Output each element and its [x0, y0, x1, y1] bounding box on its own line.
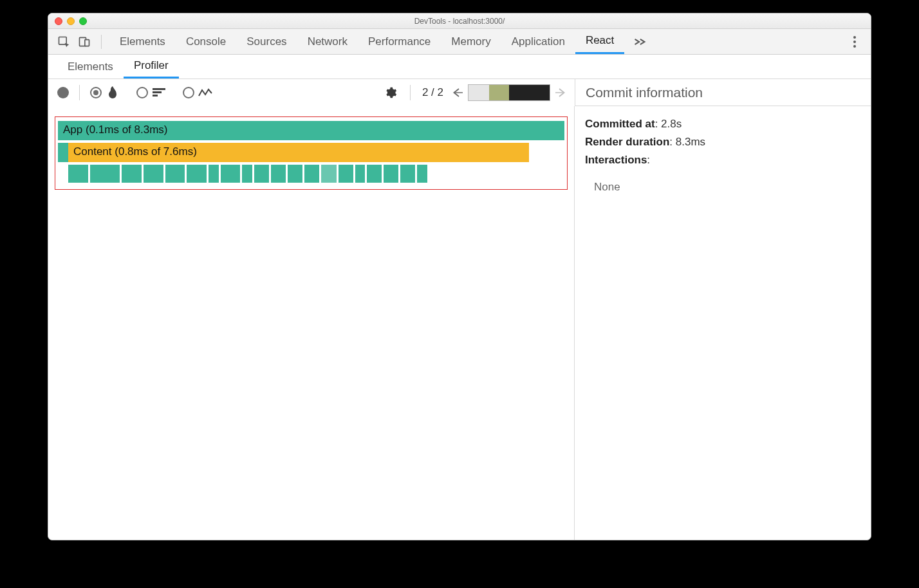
flame-leaf-row: [68, 165, 564, 183]
flame-leaf[interactable]: [400, 165, 415, 183]
svg-point-3: [853, 36, 856, 39]
interactions-radio[interactable]: [183, 87, 194, 98]
svg-rect-6: [153, 88, 165, 90]
next-commit-button[interactable]: [553, 87, 575, 98]
render-duration: Render duration: 8.3ms: [585, 136, 860, 149]
flame-leaf[interactable]: [165, 165, 185, 183]
flame-leaf[interactable]: [144, 165, 163, 183]
devtools-tabs: ElementsConsoleSourcesNetworkPerformance…: [48, 29, 871, 55]
tab-react[interactable]: React: [575, 29, 624, 54]
prev-commit-button[interactable]: [449, 87, 465, 98]
svg-point-4: [853, 41, 856, 43]
flame-icon: [106, 86, 120, 99]
toggle-device-icon[interactable]: [75, 33, 93, 51]
flame-bar-app[interactable]: App (0.1ms of 8.3ms): [58, 121, 564, 140]
flame-leaf[interactable]: [271, 165, 286, 183]
flame-leaf[interactable]: [384, 165, 398, 183]
flame-row: Content (0.8ms of 7.6ms): [58, 143, 564, 162]
interactions: Interactions:: [585, 154, 860, 167]
flame-graph-pane: App (0.1ms of 8.3ms) Content (0.8ms of 7…: [48, 106, 575, 540]
ranked-chart-radio[interactable]: [136, 87, 148, 98]
svg-rect-7: [153, 91, 162, 93]
flame-leaf[interactable]: [90, 165, 120, 183]
more-tabs-icon[interactable]: [627, 37, 653, 46]
flame-leaf[interactable]: [321, 165, 336, 183]
commit-segment-selected[interactable]: [509, 85, 550, 100]
flame-leaf[interactable]: [367, 165, 382, 183]
react-subtabs: ElementsProfiler: [48, 55, 871, 79]
tab-performance[interactable]: Performance: [358, 29, 441, 54]
separator: [79, 85, 80, 100]
render-duration-label: Render duration: [585, 136, 669, 148]
flame-leaf[interactable]: [209, 165, 218, 183]
flame-leaf[interactable]: [242, 165, 252, 183]
flame-bar-spacer: [58, 143, 68, 162]
committed-at-value: 2.8s: [661, 118, 682, 130]
profiler-toolbar: 2 / 2: [48, 79, 575, 106]
titlebar: DevTools - localhost:3000/: [48, 14, 871, 29]
interactions-value: None: [585, 172, 860, 194]
commit-info-pane: Committed at: 2.8s Render duration: 8.3m…: [575, 106, 871, 540]
flame-graph-highlight: App (0.1ms of 8.3ms) Content (0.8ms of 7…: [55, 116, 568, 190]
svg-rect-8: [153, 95, 158, 96]
subtab-profiler[interactable]: Profiler: [124, 55, 179, 78]
interactions-label: Interactions: [585, 154, 647, 166]
committed-at-label: Committed at: [585, 118, 655, 130]
kebab-menu-icon[interactable]: [845, 35, 864, 48]
commit-info-title: Commit information: [586, 85, 703, 100]
tab-elements[interactable]: Elements: [109, 29, 176, 54]
flame-chart-radio[interactable]: [90, 87, 102, 98]
svg-point-5: [853, 45, 856, 48]
tab-network[interactable]: Network: [297, 29, 358, 54]
flame-leaf[interactable]: [68, 165, 88, 183]
devtools-window: DevTools - localhost:3000/ ElementsConso…: [48, 13, 871, 540]
inspect-icon[interactable]: [55, 33, 73, 51]
ranked-icon: [152, 87, 166, 98]
record-button[interactable]: [57, 87, 69, 98]
render-duration-value: 8.3ms: [676, 136, 705, 148]
flame-bar-content[interactable]: Content (0.8ms of 7.6ms): [68, 143, 529, 162]
tab-memory[interactable]: Memory: [441, 29, 501, 54]
flame-leaf[interactable]: [254, 165, 269, 183]
settings-icon[interactable]: [378, 86, 404, 99]
commit-segment[interactable]: [489, 85, 510, 100]
tab-console[interactable]: Console: [176, 29, 236, 54]
svg-rect-2: [85, 39, 89, 46]
flame-leaf[interactable]: [187, 165, 207, 183]
commit-segment[interactable]: [469, 85, 489, 100]
tab-sources[interactable]: Sources: [236, 29, 297, 54]
interactions-icon: [198, 87, 212, 98]
separator: [101, 35, 102, 49]
tab-application[interactable]: Application: [501, 29, 575, 54]
window-title: DevTools - localhost:3000/: [48, 17, 871, 26]
flame-leaf[interactable]: [288, 165, 302, 183]
flame-leaf[interactable]: [417, 165, 427, 183]
flame-leaf[interactable]: [221, 165, 241, 183]
committed-at: Committed at: 2.8s: [585, 118, 860, 131]
commit-counter: 2 / 2: [417, 86, 449, 99]
subtab-elements[interactable]: Elements: [57, 55, 124, 78]
flame-row: App (0.1ms of 8.3ms): [58, 121, 564, 140]
separator: [410, 85, 411, 100]
flame-leaf[interactable]: [355, 165, 365, 183]
flame-leaf[interactable]: [122, 165, 142, 183]
commit-timeline[interactable]: [468, 84, 550, 101]
flame-leaf[interactable]: [304, 165, 319, 183]
flame-leaf[interactable]: [339, 165, 353, 183]
